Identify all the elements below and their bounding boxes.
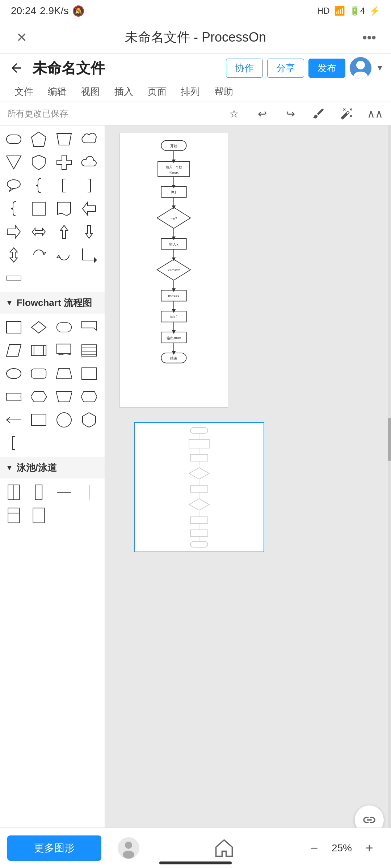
pool-horizontal-divider[interactable] <box>54 482 74 502</box>
pool-vertical-2lane[interactable] <box>4 482 24 502</box>
scrollbar[interactable] <box>388 125 391 856</box>
pool-section-header[interactable]: ▼ 泳池/泳道 <box>0 457 105 478</box>
fc-hexagon2[interactable] <box>79 387 99 407</box>
svg-rect-93 <box>190 530 208 536</box>
menu-file[interactable]: 文件 <box>14 83 33 100</box>
shape-rect-wide[interactable] <box>4 268 24 288</box>
fc-subproc[interactable] <box>29 340 49 361</box>
shape-arrow-up[interactable] <box>54 222 74 242</box>
star-button[interactable]: ☆ <box>225 105 243 122</box>
fc-circle[interactable] <box>54 410 74 430</box>
fc-bracket-single[interactable] <box>4 433 24 453</box>
avatar[interactable] <box>350 57 371 79</box>
fc-hexagon[interactable] <box>29 387 49 407</box>
svg-text:输入x: 输入x <box>169 242 178 246</box>
cooperate-button[interactable]: 协作 <box>226 59 263 78</box>
redo-button[interactable]: ↪ <box>282 105 299 122</box>
pool-1row-header[interactable] <box>29 505 49 526</box>
shape-speech-bubble[interactable] <box>4 175 24 196</box>
close-icon: ✕ <box>16 30 27 45</box>
svg-point-40 <box>57 413 71 427</box>
shape-arrow-right[interactable] <box>4 222 24 242</box>
svg-point-97 <box>125 842 132 849</box>
shape-brace-left2[interactable] <box>4 199 24 219</box>
svg-marker-10 <box>7 225 20 238</box>
fc-rect2[interactable] <box>79 363 99 384</box>
shape-shield[interactable] <box>29 152 49 173</box>
zoom-in-button[interactable]: + <box>362 841 377 856</box>
pool-vertical-divider[interactable] <box>79 482 99 502</box>
fc-decision[interactable] <box>29 317 49 337</box>
back-button[interactable] <box>7 59 25 77</box>
fc-trapezoid2[interactable] <box>54 387 74 407</box>
shape-arrow-down[interactable] <box>79 222 99 242</box>
fc-parallelogram[interactable] <box>4 340 24 361</box>
menu-bar: 文件 编辑 视图 插入 页面 排列 帮助 <box>7 82 384 102</box>
menu-help[interactable]: 帮助 <box>214 83 233 100</box>
magic-button[interactable] <box>338 105 356 122</box>
publish-button[interactable]: 发布 <box>308 59 345 78</box>
shape-corner[interactable] <box>79 245 99 265</box>
fc-line[interactable] <box>4 410 24 430</box>
svg-marker-18 <box>31 322 46 333</box>
svg-marker-9 <box>83 202 96 215</box>
more-shapes-button[interactable]: 更多图形 <box>7 835 101 861</box>
fc-rounded-rect2[interactable] <box>29 363 49 384</box>
shape-arrow-left[interactable] <box>79 199 99 219</box>
shape-bracket-right[interactable] <box>79 175 99 196</box>
shape-brace-left[interactable] <box>29 175 49 196</box>
nav-thumbnail[interactable] <box>116 835 141 861</box>
shape-bracket-left[interactable] <box>54 175 74 196</box>
canvas-area[interactable]: 开始 输入一个数 和max i=1 i<n? 输入x <box>105 125 391 856</box>
shape-square[interactable] <box>29 199 49 219</box>
menu-view[interactable]: 视图 <box>81 83 100 100</box>
flowchart-section-header[interactable]: ▼ Flowchart 流程图 <box>0 292 105 314</box>
menu-page[interactable]: 页面 <box>148 83 167 100</box>
nav-home[interactable] <box>211 835 237 861</box>
svg-marker-33 <box>31 392 47 402</box>
close-button[interactable]: ✕ <box>11 27 33 48</box>
undo-button[interactable]: ↩ <box>253 105 271 122</box>
shape-loop[interactable] <box>29 245 49 265</box>
menu-insert[interactable]: 插入 <box>114 83 133 100</box>
shape-document[interactable] <box>54 199 74 219</box>
fc-trapezoid[interactable] <box>54 363 74 384</box>
svg-point-7 <box>7 180 20 188</box>
scrollbar-thumb[interactable] <box>388 418 391 461</box>
shape-cloud[interactable] <box>79 129 99 149</box>
menu-arrange[interactable]: 排列 <box>181 83 200 100</box>
collapse-button[interactable]: ∧∧ <box>366 105 384 122</box>
shape-trapezoid[interactable] <box>54 129 74 149</box>
title-bar-right: ••• <box>358 27 380 48</box>
shape-triangle-down[interactable] <box>4 152 24 173</box>
fc-rect3[interactable] <box>29 410 49 430</box>
svg-rect-46 <box>8 508 19 523</box>
fc-data[interactable] <box>79 340 99 361</box>
fc-callout[interactable] <box>79 317 99 337</box>
fc-terminator[interactable] <box>54 317 74 337</box>
shape-arrow-double[interactable] <box>29 222 49 242</box>
share-button[interactable]: 分享 <box>267 59 304 78</box>
shape-cloud2[interactable] <box>79 152 99 173</box>
toolbar: 所有更改已保存 ☆ ↩ ↪ ∧∧ <box>0 102 391 125</box>
fc-shield2[interactable] <box>79 410 99 430</box>
fc-ribbon[interactable] <box>4 387 24 407</box>
more-icon: ••• <box>362 30 376 45</box>
avatar-dropdown-icon[interactable]: ▼ <box>376 63 384 73</box>
shape-loop2[interactable] <box>54 245 74 265</box>
format-brush-button[interactable] <box>310 105 327 122</box>
svg-marker-15 <box>94 257 97 263</box>
zoom-out-button[interactable]: − <box>307 841 321 856</box>
more-button[interactable]: ••• <box>358 27 380 48</box>
pool-2row-header[interactable] <box>4 505 24 526</box>
shape-arrow-up-down[interactable] <box>4 245 24 265</box>
svg-text:max=x: max=x <box>168 294 180 298</box>
fc-process[interactable] <box>4 317 24 337</box>
fc-oval[interactable] <box>4 363 24 384</box>
shape-cross[interactable] <box>54 152 74 173</box>
shape-pentagon[interactable] <box>29 129 49 149</box>
shape-rounded-rect[interactable] <box>4 129 24 149</box>
menu-edit[interactable]: 编辑 <box>48 83 67 100</box>
pool-vertical-1lane[interactable] <box>29 482 49 502</box>
fc-multi-doc[interactable] <box>54 340 74 361</box>
